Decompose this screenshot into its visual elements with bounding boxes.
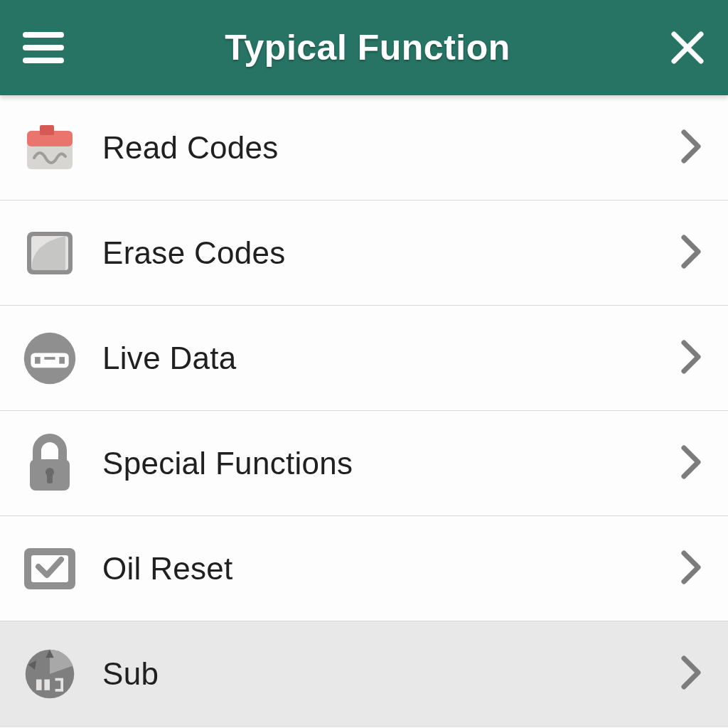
- svg-rect-2: [23, 58, 64, 63]
- list-item-label: Live Data: [102, 341, 681, 376]
- list-item-erase-codes[interactable]: Erase Codes: [0, 200, 728, 306]
- pie-clock-icon: [21, 646, 78, 702]
- list-item-label: Oil Reset: [102, 551, 681, 587]
- svg-rect-13: [59, 357, 65, 364]
- chevron-right-icon: [681, 550, 702, 587]
- lock-icon: [21, 435, 78, 492]
- svg-rect-23: [36, 679, 42, 690]
- svg-rect-24: [44, 679, 50, 690]
- chevron-right-icon: [681, 445, 702, 482]
- checkbox-icon: [21, 540, 78, 597]
- svg-rect-7: [40, 125, 54, 135]
- erase-icon: [21, 225, 78, 282]
- list-item-label: Erase Codes: [102, 235, 681, 271]
- chevron-right-icon: [681, 235, 702, 272]
- page-title: Typical Function: [64, 27, 671, 68]
- list-item-oil-reset[interactable]: Oil Reset: [0, 516, 728, 621]
- chevron-right-icon: [681, 655, 702, 692]
- svg-rect-17: [47, 473, 53, 483]
- svg-rect-14: [44, 357, 55, 360]
- svg-rect-12: [35, 357, 41, 364]
- list-item-live-data[interactable]: Live Data: [0, 306, 728, 411]
- menu-button[interactable]: [23, 32, 64, 63]
- list-item-special-functions[interactable]: Special Functions: [0, 411, 728, 516]
- chevron-right-icon: [681, 129, 702, 166]
- list-item-sub[interactable]: Sub: [0, 621, 728, 727]
- header: Typical Function: [0, 0, 728, 95]
- hamburger-icon: [23, 32, 64, 63]
- close-icon: [671, 31, 704, 64]
- chevron-right-icon: [681, 340, 702, 377]
- list-item-label: Sub: [102, 656, 681, 692]
- function-list: Read Codes Erase Codes: [0, 95, 728, 727]
- list-item-read-codes[interactable]: Read Codes: [0, 95, 728, 200]
- calendar-wave-icon: [21, 119, 78, 176]
- close-button[interactable]: [671, 31, 704, 64]
- svg-rect-0: [23, 32, 64, 38]
- svg-rect-1: [23, 45, 64, 50]
- list-item-label: Read Codes: [102, 130, 681, 166]
- gauge-icon: [21, 330, 78, 387]
- list-item-label: Special Functions: [102, 446, 681, 481]
